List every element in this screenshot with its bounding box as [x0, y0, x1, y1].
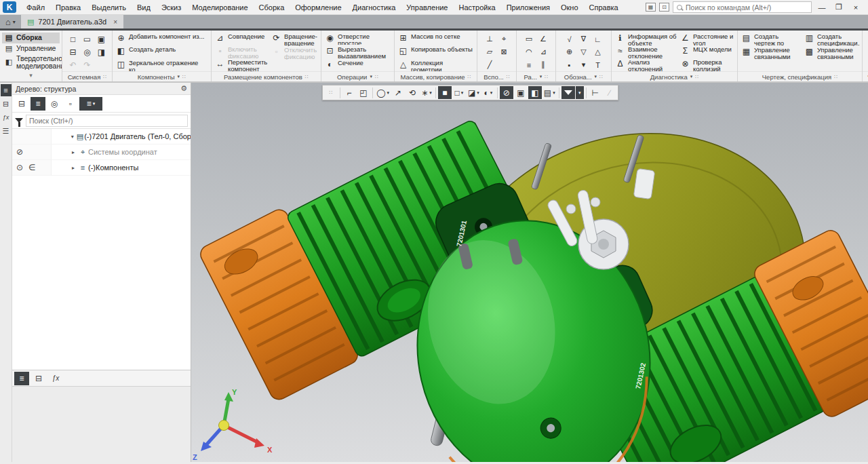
- position-icon[interactable]: △: [591, 45, 604, 58]
- print-icon[interactable]: ⊟: [66, 45, 79, 58]
- mode-management[interactable]: ▤ Управление: [2, 43, 60, 54]
- wireframe-display-icon[interactable]: □▾: [452, 86, 466, 99]
- group-grip[interactable]: ∷: [834, 74, 837, 80]
- tree-panel-tab[interactable]: ≡: [1, 84, 12, 96]
- add-component-button[interactable]: ⊕ Добавить компонент из...: [115, 33, 209, 45]
- menu-window[interactable]: Окно: [555, 0, 584, 15]
- disable-fixation-button[interactable]: ▫ Отключить фиксацию: [270, 46, 319, 60]
- engine-3d-model[interactable]: 7201301 7201302 Y X Z: [191, 83, 868, 462]
- group-dropdown-icon[interactable]: ▾: [540, 74, 542, 79]
- group-grip[interactable]: ∷: [375, 74, 378, 80]
- tree-row-coordinate-systems[interactable]: ⊘ ▸ ⌖ Системы координат: [12, 144, 191, 160]
- composition-panel-tab[interactable]: ⊟: [1, 98, 12, 110]
- command-search-input[interactable]: [686, 3, 808, 12]
- restore-button[interactable]: ❐: [832, 1, 846, 14]
- move-component-button[interactable]: ↔ Переместить компонент: [214, 58, 269, 71]
- screen-mode-icon[interactable]: ⊡: [659, 3, 669, 12]
- group-grip[interactable]: ∷: [545, 74, 548, 80]
- aux-plane-icon[interactable]: ▱: [484, 45, 496, 58]
- undo-icon[interactable]: ↶: [66, 58, 79, 71]
- menu-view[interactable]: Вид: [132, 0, 156, 15]
- dim-chain-icon[interactable]: ≡: [523, 58, 536, 71]
- section-view-icon[interactable]: ◐▾: [481, 86, 495, 99]
- group-grip[interactable]: ∷: [599, 74, 603, 80]
- measure-icon[interactable]: ⊢: [589, 86, 602, 99]
- clipboard-icon[interactable]: ▤▾: [542, 86, 557, 99]
- preview-icon[interactable]: ◎: [81, 45, 94, 58]
- deviation-analysis-button[interactable]: Δ Анализ отклонений: [614, 58, 678, 71]
- menu-modeling[interactable]: Моделирование: [186, 0, 253, 15]
- expand-arrow-icon[interactable]: ▾: [69, 134, 76, 140]
- menu-select[interactable]: Выделить: [86, 0, 132, 15]
- aux-spline-icon[interactable]: ╱: [484, 58, 496, 71]
- datum-icon[interactable]: ∇: [577, 33, 590, 45]
- fx-tab-icon[interactable]: ƒx: [48, 372, 63, 385]
- mode-solid-modeling[interactable]: ◧ Твердотельное моделирование: [2, 54, 60, 71]
- tree-view-flat-icon[interactable]: ⊟: [14, 97, 29, 111]
- tree-display-options-button[interactable]: ≡ ▾: [79, 97, 102, 111]
- manage-linked-specs-button[interactable]: ▩ Управление связанными с...: [803, 46, 860, 60]
- zoom-icon[interactable]: ◯▾: [375, 86, 391, 99]
- model-viewport[interactable]: ∷ ⌐ ◰ ◯▾ ↗ ⟲ ∗▾ ■ □▾ ◪▾ ◐▾ ⊘ ▣ ◧ ▤▾ ▾ ⊢ …: [191, 83, 868, 462]
- create-part-button[interactable]: ◧ Создать деталь: [115, 45, 209, 58]
- dim-radial-icon[interactable]: ◠: [523, 45, 536, 58]
- arrow-note-icon[interactable]: ▾: [577, 58, 590, 71]
- save-icon[interactable]: ▣: [95, 33, 108, 45]
- leader-icon[interactable]: ∟: [591, 33, 604, 45]
- section-button[interactable]: ◐ Сечение: [323, 59, 392, 71]
- distance-angle-button[interactable]: ∠ Расстояние и угол: [679, 33, 735, 45]
- tree-row-root[interactable]: ▾ ▤ (-)7201 Двигатель (Тел-0, Сборочных …: [12, 129, 191, 144]
- element-of-icon[interactable]: ∈: [28, 163, 35, 172]
- group-grip[interactable]: ∷: [467, 74, 471, 80]
- group-grip[interactable]: ∷: [103, 74, 106, 80]
- manage-linked-drawings-button[interactable]: ▦ Управление связанными ч...: [740, 46, 802, 60]
- tab-active-document[interactable]: ▤ 7201 Двигатель.a3d ×: [21, 15, 123, 28]
- menu-settings[interactable]: Настройка: [453, 0, 500, 15]
- grid-array-button[interactable]: ⊞ Массив по сетке: [397, 33, 475, 45]
- tab-close-icon[interactable]: ×: [111, 18, 117, 26]
- redo-icon[interactable]: ↷: [81, 58, 94, 71]
- hidden-eye-icon[interactable]: ⊘: [16, 147, 23, 157]
- open-icon[interactable]: ▭: [81, 33, 94, 45]
- collision-check-button[interactable]: ⊗ Проверка коллизий: [679, 58, 735, 71]
- text-icon[interactable]: T: [591, 58, 604, 71]
- menu-sketch[interactable]: Эскиз: [156, 0, 186, 15]
- snap-icon[interactable]: ⊘: [500, 86, 513, 99]
- tree-view-structure-icon[interactable]: ≡: [31, 97, 45, 111]
- filter-objects-icon[interactable]: [561, 86, 575, 99]
- menu-assembly[interactable]: Сборка: [254, 0, 290, 15]
- zoom-area-icon[interactable]: ↗: [391, 86, 405, 99]
- filter-dropdown-icon[interactable]: ▾: [576, 86, 584, 99]
- collapse-arrow-icon[interactable]: ▸: [69, 149, 77, 155]
- menu-diagnostics[interactable]: Диагностика: [347, 0, 401, 15]
- cube-mode-icon[interactable]: ◧: [528, 86, 542, 99]
- variables-panel-tab[interactable]: ƒx: [1, 111, 12, 123]
- menu-help[interactable]: Справка: [584, 0, 624, 15]
- collapse-arrow-icon[interactable]: ▸: [69, 165, 77, 171]
- tree-relations-icon[interactable]: ◎: [47, 97, 62, 111]
- object-info-button[interactable]: ℹ Информация об объекте: [614, 33, 678, 45]
- mutual-deviation-button[interactable]: ≈ Взаимное отклонение: [614, 45, 678, 58]
- tree-tab-icon[interactable]: ≡: [14, 372, 29, 385]
- normal-to-icon[interactable]: ⌐: [342, 86, 356, 99]
- dim-diametral-icon[interactable]: ⊿: [537, 45, 550, 58]
- cut-extrude-button[interactable]: ⊡ Вырезать выдавливанием: [323, 45, 392, 58]
- window-layout-icon[interactable]: ▦: [646, 3, 656, 12]
- filter-icon[interactable]: [15, 118, 23, 123]
- save-as-icon[interactable]: ◨: [95, 45, 108, 58]
- dim-angular-icon[interactable]: ∠: [537, 33, 550, 45]
- home-button[interactable]: ⌂ ▾: [0, 15, 21, 28]
- coincide-button[interactable]: ⊿ Совпадение: [214, 33, 269, 45]
- rotation-rotation-button[interactable]: ⟳ Вращение-вращение: [270, 33, 319, 46]
- close-button[interactable]: ×: [849, 1, 863, 14]
- parameters-tab-icon[interactable]: ⊟: [31, 372, 46, 385]
- new-document-icon[interactable]: □: [66, 33, 79, 45]
- modes-expand-icon[interactable]: ▾: [0, 72, 62, 81]
- create-spec-button[interactable]: ▥ Создать спецификаци...: [803, 33, 860, 46]
- create-drawing-template-button[interactable]: ▤ Создать чертеж по шаблону: [740, 33, 802, 46]
- window-view-icon[interactable]: ▣: [514, 86, 528, 99]
- view-orientation-icon[interactable]: ◰: [357, 86, 370, 99]
- dim-linear-icon[interactable]: ▭: [523, 33, 536, 45]
- aux-point-icon[interactable]: ⌖: [498, 33, 511, 45]
- group-grip[interactable]: ∷: [695, 74, 698, 80]
